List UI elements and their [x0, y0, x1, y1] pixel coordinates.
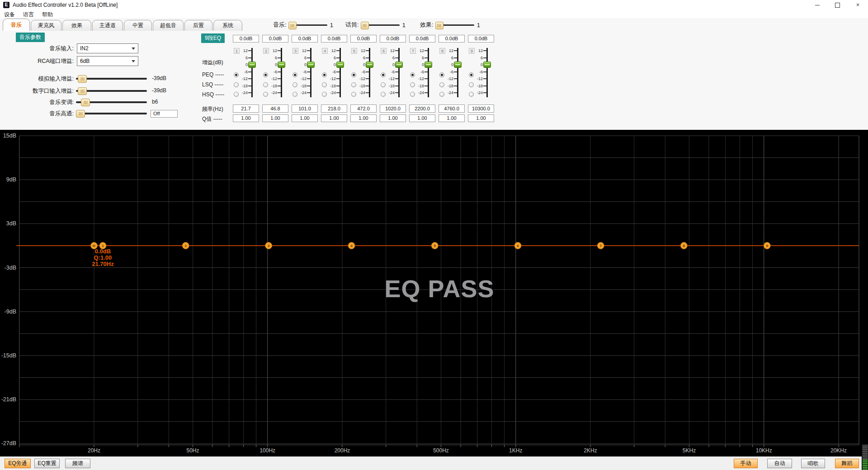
band3-gain-thumb[interactable]: [307, 62, 315, 68]
marker-8[interactable]: 8: [680, 242, 687, 249]
band1-hsq-radio[interactable]: [234, 92, 239, 97]
music-highpass-value[interactable]: Off: [151, 110, 178, 118]
band6-gain-slider[interactable]: [398, 48, 400, 97]
band4-gain-thumb[interactable]: [336, 62, 344, 68]
band6-q-field[interactable]: 1.00: [380, 114, 406, 122]
band6-peq-radio[interactable]: [381, 72, 386, 77]
band4-gain-slider[interactable]: [340, 48, 341, 97]
tab-system[interactable]: 系统: [213, 20, 242, 31]
tab-mic[interactable]: 麦克风: [31, 20, 61, 31]
band7-peq-radio[interactable]: [410, 72, 415, 77]
band4-lsq-radio[interactable]: [322, 82, 327, 87]
tab-rear[interactable]: 后置: [184, 20, 212, 31]
band1-peq-radio[interactable]: [234, 72, 239, 77]
band9-peq-radio[interactable]: [469, 72, 474, 77]
band5-gain-thumb[interactable]: [366, 62, 373, 68]
band8-lsq-radio[interactable]: [439, 82, 444, 87]
marker-3[interactable]: 3: [265, 242, 272, 249]
tab-music[interactable]: 音乐: [3, 19, 30, 31]
band2-gain-slider[interactable]: [281, 48, 282, 97]
band6-lsq-radio[interactable]: [381, 82, 386, 87]
analog-input-gain-slider[interactable]: [76, 78, 147, 80]
band1-gain-field[interactable]: 0.0dB: [233, 35, 259, 43]
band8-gain-slider[interactable]: [457, 48, 458, 97]
minimize-button[interactable]: [807, 0, 827, 10]
band4-hsq-radio[interactable]: [322, 92, 327, 97]
band5-q-field[interactable]: 1.00: [350, 114, 377, 122]
band7-gain-field[interactable]: 0.0dB: [409, 35, 435, 43]
band7-freq-field[interactable]: 2200.0: [409, 104, 435, 113]
band8-freq-field[interactable]: 4760.0: [439, 104, 465, 113]
band9-lsq-radio[interactable]: [469, 82, 474, 87]
band2-gain-field[interactable]: 0.0dB: [262, 35, 288, 43]
eq-bypass-button[interactable]: EQ旁通: [5, 459, 31, 468]
band3-freq-field[interactable]: 101.0: [292, 104, 318, 113]
marker-9[interactable]: 9: [764, 242, 770, 249]
band2-peq-radio[interactable]: [263, 72, 268, 77]
analog-input-gain-thumb[interactable]: [78, 75, 87, 83]
band3-q-field[interactable]: 1.00: [292, 114, 318, 122]
band2-hsq-radio[interactable]: [263, 92, 268, 97]
marker-5[interactable]: 5: [431, 242, 438, 249]
music-level-slider-thumb[interactable]: [288, 22, 297, 29]
band1-gain-slider[interactable]: [251, 48, 253, 97]
band7-lsq-radio[interactable]: [410, 82, 415, 87]
rca-port-gain-select[interactable]: 6dB: [77, 56, 138, 66]
band3-gain-slider[interactable]: [310, 48, 311, 97]
band7-hsq-radio[interactable]: [410, 92, 415, 97]
marker-2[interactable]: 2: [182, 242, 189, 249]
music-highpass-thumb[interactable]: [76, 110, 85, 118]
music-pitch-slider[interactable]: [76, 101, 147, 103]
band9-gain-thumb[interactable]: [483, 62, 491, 68]
band3-gain-field[interactable]: 0.0dB: [292, 35, 318, 43]
band7-q-field[interactable]: 1.00: [409, 114, 435, 122]
band1-gain-thumb[interactable]: [248, 62, 256, 68]
band2-lsq-radio[interactable]: [263, 82, 268, 87]
maximize-button[interactable]: [827, 0, 848, 10]
music-level-slider[interactable]: [289, 24, 327, 26]
band2-freq-field[interactable]: 46.8: [262, 104, 288, 113]
band5-peq-radio[interactable]: [351, 72, 356, 77]
band9-freq-field[interactable]: 10300.0: [468, 104, 494, 113]
band6-gain-thumb[interactable]: [395, 62, 403, 68]
digital-input-gain-slider[interactable]: [76, 90, 147, 92]
band4-gain-field[interactable]: 0.0dB: [321, 35, 347, 43]
band3-peq-radio[interactable]: [292, 72, 297, 77]
band8-gain-field[interactable]: 0.0dB: [439, 35, 465, 43]
band9-q-field[interactable]: 1.00: [468, 114, 494, 122]
band9-gain-field[interactable]: 0.0dB: [468, 35, 494, 43]
band4-freq-field[interactable]: 218.0: [321, 104, 347, 113]
music-highpass-slider[interactable]: [76, 113, 147, 114]
digital-input-gain-thumb[interactable]: [78, 87, 87, 95]
band8-gain-thumb[interactable]: [454, 62, 462, 68]
marker-6[interactable]: 6: [514, 242, 521, 249]
music-input-select[interactable]: IN2: [77, 43, 138, 53]
tab-center[interactable]: 中置: [124, 20, 152, 31]
band9-hsq-radio[interactable]: [469, 92, 474, 97]
band8-q-field[interactable]: 1.00: [439, 114, 465, 122]
sing-button[interactable]: 唱歌: [801, 459, 825, 468]
tab-effect[interactable]: 效果: [62, 20, 91, 31]
band6-freq-field[interactable]: 1020.0: [380, 104, 406, 113]
mic-level-slider[interactable]: [362, 24, 400, 26]
band2-q-field[interactable]: 1.00: [262, 114, 288, 122]
auto-button[interactable]: 自动: [767, 459, 792, 468]
band1-q-field[interactable]: 1.00: [233, 114, 259, 122]
band6-gain-field[interactable]: 0.0dB: [380, 35, 406, 43]
band3-lsq-radio[interactable]: [292, 82, 297, 87]
music-pitch-thumb[interactable]: [81, 99, 90, 106]
band5-lsq-radio[interactable]: [351, 82, 356, 87]
eq-reset-button[interactable]: EQ重置: [34, 459, 60, 468]
band5-hsq-radio[interactable]: [351, 92, 356, 97]
band5-gain-slider[interactable]: [369, 48, 370, 97]
band8-hsq-radio[interactable]: [439, 92, 444, 97]
marker-7[interactable]: 7: [597, 242, 604, 249]
band4-q-field[interactable]: 1.00: [321, 114, 347, 122]
band5-freq-field[interactable]: 472.0: [350, 104, 377, 113]
band6-hsq-radio[interactable]: [381, 92, 386, 97]
band8-peq-radio[interactable]: [439, 72, 444, 77]
effect-level-slider[interactable]: [436, 24, 474, 26]
tab-subwoofer[interactable]: 超低音: [153, 20, 184, 31]
dance-button[interactable]: 舞蹈: [835, 459, 859, 468]
band7-gain-thumb[interactable]: [425, 62, 432, 68]
